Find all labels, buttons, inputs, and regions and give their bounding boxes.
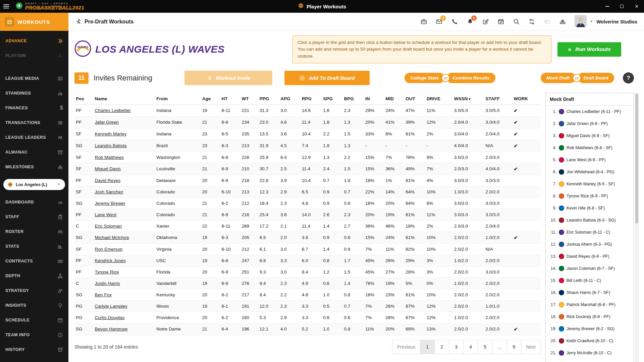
- phone-button[interactable]: [451, 18, 458, 25]
- column-header-work[interactable]: WORK: [513, 93, 541, 105]
- sidebar-item-team-info[interactable]: TEAM INFO: [0, 327, 68, 342]
- table-row[interactable]: SGBen FoxKentucky206-22178.42.24.81.00.8…: [74, 289, 541, 300]
- run-workouts-button[interactable]: » Run Workouts: [557, 42, 621, 57]
- mock-draft-row[interactable]: 11. Eric Soloman (6-11 - C): [546, 226, 634, 238]
- combine-results-toggle[interactable]: Combine Results: [447, 73, 495, 83]
- table-row[interactable]: SFKenneth MarleyIndiana236-523513.53.610…: [74, 128, 541, 140]
- sidebar-item-roster[interactable]: ROSTER: [0, 224, 68, 239]
- table-row[interactable]: PFDavid ReyesDelaware206-921822.83.910.4…: [74, 175, 541, 186]
- table-row[interactable]: SFRob MatthewsWashington216-822825.96.41…: [74, 152, 541, 163]
- sidebar-item-insights[interactable]: INSIGHTS: [0, 298, 68, 313]
- mock-draft-row[interactable]: 21. Jerry McArdle (6-10 - C): [546, 347, 634, 359]
- player-name-link[interactable]: Carlyle Lampley: [95, 304, 127, 309]
- table-row[interactable]: PFTyrone RiceFlorida206-92519.33.08.41.2…: [74, 266, 541, 278]
- player-name-link[interactable]: Eric Soloman: [95, 224, 122, 229]
- sidebar-item-standings[interactable]: STANDINGS: [0, 86, 68, 101]
- player-name-link[interactable]: Lane West: [95, 212, 116, 217]
- table-row[interactable]: SFRon EmersonVirginia206-102126.13.06.71…: [74, 243, 541, 255]
- player-name-link[interactable]: Jeremy Brewer: [95, 201, 125, 206]
- mock-draft-row[interactable]: 1. Charles Ledbetter (6-11 - PF): [546, 106, 634, 118]
- scrollbar-thumb[interactable]: [635, 94, 638, 224]
- column-header-apg[interactable]: APG: [279, 93, 301, 105]
- sidebar-item-stats[interactable]: STATS: [0, 239, 68, 254]
- column-header-wssn[interactable]: WSSN▾: [453, 93, 484, 105]
- player-name-link[interactable]: Ben Fox: [95, 292, 112, 297]
- mock-draft-row[interactable]: 12. Joshua Ahern (6-3 - PG): [546, 238, 634, 250]
- player-name-link[interactable]: Kendrick Jones: [95, 258, 126, 263]
- sidebar-item-play-sim[interactable]: PLAY/SIM: [0, 48, 68, 63]
- column-header-staff[interactable]: STAFF: [484, 93, 513, 105]
- mock-draft-row[interactable]: 20. Keith Crawford (6-10 - C): [546, 335, 634, 347]
- hamburger-menu-icon[interactable]: [3, 2, 13, 11]
- mock-draft-row[interactable]: 10. Leandro Batista (6-3 - SG): [546, 214, 634, 226]
- mock-draft-row[interactable]: 6. Jon Whitehead (6-4 - PG): [546, 166, 634, 178]
- player-name-link[interactable]: Jafar Green: [95, 120, 119, 125]
- player-name-link[interactable]: Tyrone Rice: [95, 269, 119, 275]
- page-button-4[interactable]: 4: [463, 340, 478, 354]
- briefcase-button[interactable]: [420, 18, 427, 25]
- close-button[interactable]: ✕: [629, 0, 644, 13]
- table-row[interactable]: SFJosh SanchezColorado206-1021312.32.96.…: [74, 186, 541, 197]
- column-header-name[interactable]: Name: [94, 93, 155, 105]
- user-menu[interactable]: Wolverine Studios: [575, 15, 637, 28]
- add-to-draft-board-button[interactable]: Add To Draft Board: [284, 71, 370, 85]
- mock-draft-row[interactable]: 9. Kevin Hite (6-8 - SF): [546, 202, 634, 214]
- sidebar-item-advance[interactable]: ADVANCE: [0, 34, 68, 48]
- sidebar-item-transactions[interactable]: TRANSACTIONS: [0, 115, 68, 130]
- mock-draft-row[interactable]: 8. Tyrone Rice (6-9 - PF): [546, 190, 634, 202]
- mock-draft-row[interactable]: 5. Lane West (6-9 - PF): [546, 154, 634, 166]
- page-button-1[interactable]: 1: [420, 340, 435, 354]
- player-name-link[interactable]: Leandro Batista: [95, 143, 127, 148]
- bell-button[interactable]: 1: [467, 18, 474, 25]
- mock-draft-row[interactable]: 18. Rick Duckrey (6-8 - PF): [546, 311, 634, 323]
- mock-draft-row[interactable]: 7. Kenneth Marley (6-5 - SF): [546, 178, 634, 190]
- page-button-ellipsis[interactable]: ...: [492, 340, 507, 354]
- sidebar-item-strategy[interactable]: STRATEGY: [0, 283, 68, 298]
- help-button[interactable]: ?: [623, 72, 634, 83]
- table-row[interactable]: PFKendrick JonesUSC196-82476.83.36.00.81…: [74, 255, 541, 266]
- player-name-link[interactable]: Rob Matthews: [95, 155, 124, 160]
- column-header-from[interactable]: From: [155, 93, 201, 105]
- column-header-age[interactable]: Age: [201, 93, 220, 105]
- sidebar-item-almanac[interactable]: ALMANAC: [0, 145, 68, 160]
- sync-button[interactable]: [528, 18, 535, 25]
- search-button[interactable]: [513, 18, 520, 25]
- sidebar-item-contracts[interactable]: CONTRACTS: [0, 254, 68, 268]
- binoculars-button[interactable]: [559, 18, 566, 25]
- restore-button[interactable]: [614, 0, 629, 13]
- table-row[interactable]: CJustin HarrisVanderbilt196-92769.42.34.…: [74, 278, 541, 289]
- table-row[interactable]: PFJafar GreenFlorida State216-823423.04.…: [74, 116, 541, 128]
- column-header-ht[interactable]: HT: [220, 93, 240, 105]
- mock-draft-row[interactable]: 17. Patrick Marshall (6-8 - PF): [546, 299, 634, 311]
- sidebar-item-history[interactable]: HISTORY: [0, 342, 68, 357]
- mock-draft-row[interactable]: 2. Jafar Green (6-8 - PF): [546, 118, 634, 130]
- handshake-button[interactable]: [544, 18, 551, 25]
- sidebar-item-milestones[interactable]: MILESTONES: [0, 160, 68, 174]
- page-button-9[interactable]: 9: [506, 340, 521, 354]
- column-header-out[interactable]: OUT: [404, 93, 425, 105]
- column-header-ppg[interactable]: PPG: [258, 93, 279, 105]
- mock-draft-scrollbar[interactable]: [635, 93, 639, 362]
- sidebar-item-dashboard[interactable]: DASHBOARD: [0, 195, 68, 209]
- table-row[interactable]: SGBevon HargroveNotre Dame216-419612.14.…: [74, 323, 541, 335]
- mock-draft-row[interactable]: 4. Rob Matthews (6-8 - SF): [546, 142, 634, 154]
- sidebar-item-depth[interactable]: DEPTH: [0, 268, 68, 283]
- table-row[interactable]: CEric SolomanXavier226-1126917.22.111.41…: [74, 220, 541, 232]
- column-header-rpg[interactable]: RPG: [301, 93, 322, 105]
- player-name-link[interactable]: Ron Emerson: [95, 247, 123, 252]
- calendar-check-button[interactable]: [497, 18, 504, 25]
- mock-draft-row[interactable]: 13. David Reyes (6-9 - PF): [546, 250, 634, 262]
- workout-invite-button[interactable]: Workout Invite: [184, 71, 272, 85]
- minimize-button[interactable]: [600, 0, 614, 13]
- player-name-link[interactable]: Michael McIntyre: [95, 235, 129, 240]
- sidebar-item-staff[interactable]: STAFF: [0, 209, 68, 224]
- pencil-square-button[interactable]: [482, 18, 489, 25]
- envelope-button[interactable]: 2: [436, 18, 443, 25]
- player-name-link[interactable]: Charles Ledbetter: [95, 108, 131, 113]
- sidebar-item-schedule[interactable]: SCHEDULE: [0, 313, 68, 327]
- mock-draft-row[interactable]: 14. Jason Coleman (6-7 - SF): [546, 262, 634, 275]
- player-name-link[interactable]: Curtis Douglas: [95, 315, 125, 320]
- table-row[interactable]: PGCarlyle LampleyIllinois196-119112.02.3…: [74, 300, 541, 312]
- table-row[interactable]: SGJeremy BrewerColorado216-221216.42.34.…: [74, 197, 541, 209]
- column-header-drive[interactable]: DRIVE: [425, 93, 453, 105]
